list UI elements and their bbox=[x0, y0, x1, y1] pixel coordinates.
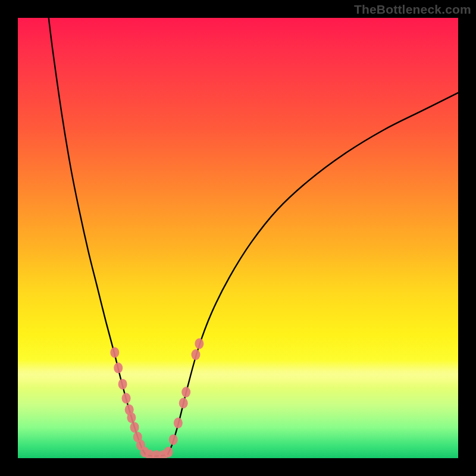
marker-dot bbox=[114, 362, 123, 373]
bottleneck-curve bbox=[49, 18, 458, 456]
marker-dot bbox=[195, 339, 203, 349]
marker-dot bbox=[191, 349, 200, 360]
marker-dot bbox=[169, 434, 178, 445]
marker-dot bbox=[130, 422, 139, 433]
curve-layer bbox=[18, 18, 458, 458]
outer-frame: TheBottleneck.com bbox=[0, 0, 476, 476]
watermark-text: TheBottleneck.com bbox=[354, 2, 471, 17]
marker-dot bbox=[174, 418, 183, 428]
marker-dot bbox=[127, 412, 136, 423]
marker-dot bbox=[164, 447, 173, 458]
marker-dot bbox=[181, 387, 190, 397]
marker-dot bbox=[122, 393, 131, 403]
marker-dot bbox=[118, 379, 127, 390]
plot-area bbox=[18, 18, 458, 458]
marker-dot bbox=[179, 398, 188, 409]
curve-right-branch bbox=[168, 93, 458, 455]
curve-left-branch bbox=[49, 18, 146, 455]
marker-dots bbox=[110, 339, 203, 458]
marker-dot bbox=[110, 347, 119, 358]
